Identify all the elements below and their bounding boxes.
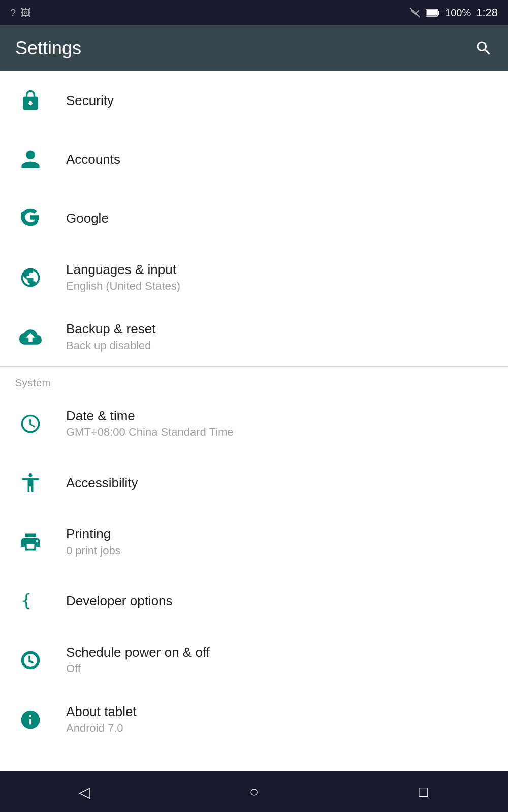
svg-text:{ }: { } (21, 591, 42, 611)
backup-title: Backup & reset (66, 321, 155, 337)
page-title: Settings (15, 38, 81, 59)
about-title: About tablet (66, 704, 137, 720)
datetime-subtitle: GMT+08:00 China Standard Time (66, 426, 234, 439)
backup-text: Backup & reset Back up disabled (66, 321, 155, 352)
settings-item-google[interactable]: Google (0, 189, 508, 248)
settings-item-security[interactable]: Security (0, 71, 508, 130)
schedule-title: Schedule power on & off (66, 645, 210, 660)
backup-subtitle: Back up disabled (66, 339, 155, 352)
settings-item-backup[interactable]: Backup & reset Back up disabled (0, 307, 508, 366)
print-icon (15, 527, 46, 557)
accessibility-icon (15, 467, 46, 498)
schedule-text: Schedule power on & off Off (66, 645, 210, 675)
back-button[interactable]: ◁ (72, 779, 98, 804)
status-right-icons: 100% 1:28 (409, 6, 498, 19)
developer-title: Developer options (66, 593, 173, 609)
settings-item-datetime[interactable]: Date & time GMT+08:00 China Standard Tim… (0, 394, 508, 453)
settings-item-languages[interactable]: Languages & input English (United States… (0, 248, 508, 307)
languages-text: Languages & input English (United States… (66, 262, 180, 293)
system-section-header: System (0, 366, 508, 394)
settings-list: Security Accounts Google Lan (0, 71, 508, 749)
settings-item-accounts[interactable]: Accounts (0, 130, 508, 189)
search-icon[interactable] (474, 39, 493, 57)
developer-icon: { } (15, 586, 46, 616)
clock-icon (15, 409, 46, 439)
printing-text: Printing 0 print jobs (66, 526, 121, 557)
svg-rect-3 (427, 10, 437, 16)
svg-line-0 (410, 8, 420, 17)
security-text: Security (66, 93, 114, 109)
datetime-text: Date & time GMT+08:00 China Standard Tim… (66, 408, 234, 439)
google-title: Google (66, 211, 109, 226)
recents-button[interactable]: □ (410, 779, 436, 804)
backup-icon (15, 322, 46, 352)
schedule-subtitle: Off (66, 662, 210, 675)
status-bar: ? 🖼 100% 1:28 (0, 0, 508, 25)
language-icon (15, 262, 46, 293)
settings-item-printing[interactable]: Printing 0 print jobs (0, 512, 508, 571)
accessibility-title: Accessibility (66, 475, 138, 491)
languages-subtitle: English (United States) (66, 280, 180, 293)
accounts-title: Accounts (66, 152, 120, 167)
security-title: Security (66, 93, 114, 109)
image-icon: 🖼 (21, 7, 31, 19)
about-subtitle: Android 7.0 (66, 722, 137, 735)
accessibility-text: Accessibility (66, 475, 138, 491)
settings-item-about[interactable]: About tablet Android 7.0 (0, 690, 508, 749)
lock-icon (15, 85, 46, 116)
wifi-icon: ? (10, 7, 16, 19)
about-text: About tablet Android 7.0 (66, 704, 137, 735)
battery-icon (426, 9, 440, 17)
settings-item-schedule[interactable]: Schedule power on & off Off (0, 630, 508, 690)
svg-rect-2 (438, 11, 439, 15)
home-button[interactable]: ○ (241, 779, 267, 804)
settings-item-accessibility[interactable]: Accessibility (0, 453, 508, 512)
printing-subtitle: 0 print jobs (66, 544, 121, 557)
status-left-icons: ? 🖼 (10, 7, 31, 19)
signal-off-icon (409, 7, 421, 18)
accounts-text: Accounts (66, 152, 120, 167)
schedule-icon (15, 645, 46, 675)
account-icon (15, 144, 46, 175)
google-text: Google (66, 211, 109, 226)
developer-text: Developer options (66, 593, 173, 609)
google-icon (15, 203, 46, 233)
settings-item-developer[interactable]: { } Developer options (0, 571, 508, 630)
clock: 1:28 (476, 6, 498, 19)
info-icon (15, 704, 46, 735)
bottom-nav: ◁ ○ □ (0, 771, 508, 812)
app-bar: Settings (0, 25, 508, 71)
datetime-title: Date & time (66, 408, 234, 424)
printing-title: Printing (66, 526, 121, 542)
battery-percent: 100% (445, 7, 471, 19)
languages-title: Languages & input (66, 262, 180, 278)
